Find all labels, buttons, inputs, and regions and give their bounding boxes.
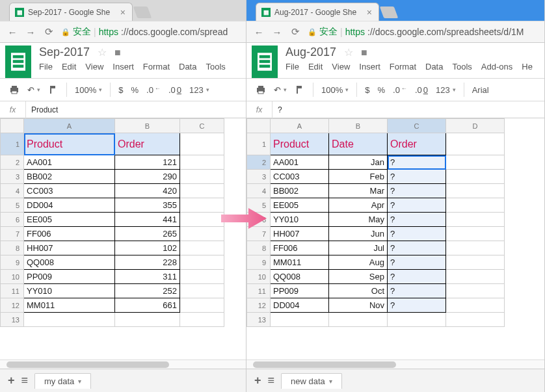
cell-B13[interactable] <box>115 313 180 327</box>
col-C[interactable]: C <box>180 119 224 133</box>
cell-C10[interactable]: ? <box>388 270 446 284</box>
row-11[interactable]: 11 <box>247 284 271 298</box>
cell-C10[interactable] <box>180 270 224 284</box>
star-icon[interactable]: ☆ <box>98 46 107 59</box>
cell-B1[interactable]: Date <box>329 133 388 155</box>
back-icon[interactable]: ← <box>7 27 18 38</box>
row-10[interactable]: 10 <box>1 270 24 284</box>
cell-B7[interactable]: 265 <box>115 227 180 241</box>
row-1[interactable]: 1 <box>1 133 24 155</box>
cell-B10[interactable]: 311 <box>115 270 180 284</box>
paint-format-icon[interactable] <box>46 83 61 96</box>
cell-A7[interactable]: FF006 <box>24 227 115 241</box>
font-select[interactable]: Arial <box>470 84 492 96</box>
back-icon[interactable]: ← <box>253 27 265 38</box>
cell-C6[interactable]: ? <box>388 213 446 227</box>
menu-file[interactable]: File <box>286 62 299 72</box>
grid[interactable]: ABCD1ProductDateOrder2AA001Jan?3CC003Feb… <box>246 118 544 359</box>
cell-A10[interactable]: PP009 <box>24 270 115 284</box>
cell-B6[interactable]: May <box>329 213 388 227</box>
cell-B4[interactable]: 420 <box>115 184 180 198</box>
cell-D1[interactable] <box>446 133 505 155</box>
cell-B5[interactable]: Apr <box>329 198 388 213</box>
cell-C9[interactable]: ? <box>388 255 446 270</box>
print-icon[interactable] <box>253 83 269 96</box>
cell-C1[interactable]: Order <box>388 133 446 155</box>
hscrollbar[interactable] <box>0 359 246 369</box>
cell-A11[interactable]: PP009 <box>271 284 329 298</box>
all-sheets-button[interactable]: ≡ <box>268 374 275 387</box>
cell-D4[interactable] <box>446 184 505 198</box>
cell-A4[interactable]: BB002 <box>271 184 329 198</box>
cell-A7[interactable]: HH007 <box>271 227 329 241</box>
fx-input[interactable]: ? <box>272 105 544 114</box>
cell-C3[interactable] <box>180 170 224 184</box>
cell-D11[interactable] <box>446 284 505 298</box>
cell-C11[interactable]: ? <box>388 284 446 298</box>
cell-B4[interactable]: Mar <box>329 184 388 198</box>
row-10[interactable]: 10 <box>247 270 271 284</box>
new-tab-button[interactable] <box>380 7 399 18</box>
cell-C5[interactable]: ? <box>388 198 446 213</box>
cell-B2[interactable]: 121 <box>115 155 180 170</box>
row-6[interactable]: 6 <box>1 213 24 227</box>
cell-C6[interactable] <box>180 213 224 227</box>
folder-icon[interactable]: ■ <box>361 47 367 59</box>
cell-D7[interactable] <box>446 227 505 241</box>
menu-view[interactable]: View <box>332 62 350 72</box>
cell-A11[interactable]: YY010 <box>24 284 115 298</box>
menu-edit[interactable]: Edit <box>308 62 323 72</box>
row-1[interactable]: 1 <box>247 133 271 155</box>
cell-A2[interactable]: AA001 <box>24 155 115 170</box>
dec-increase-button[interactable]: .00 <box>166 84 184 96</box>
row-8[interactable]: 8 <box>247 241 271 255</box>
menu-insert[interactable]: Insert <box>113 62 134 72</box>
cell-C2[interactable]: ? <box>388 155 446 170</box>
dec-decrease-button[interactable]: .0← <box>390 84 410 96</box>
all-sheets-button[interactable]: ≡ <box>21 374 29 387</box>
cell-A1[interactable]: Product <box>271 133 329 155</box>
cell-C11[interactable] <box>180 284 224 298</box>
cell-D13[interactable] <box>446 313 505 327</box>
grid[interactable]: ABC1ProductOrder2AA0011213BB0022904CC003… <box>0 118 246 359</box>
cell-A13[interactable] <box>271 313 329 327</box>
cell-B3[interactable]: Feb <box>329 170 388 184</box>
menu-tools[interactable]: Tools <box>452 62 472 72</box>
print-icon[interactable] <box>7 83 22 96</box>
cell-A13[interactable] <box>24 313 115 327</box>
row-8[interactable]: 8 <box>1 241 24 255</box>
sheet-tab[interactable]: my data ▾ <box>34 373 91 389</box>
cell-D8[interactable] <box>446 241 505 255</box>
row-3[interactable]: 3 <box>247 170 271 184</box>
row-4[interactable]: 4 <box>247 184 271 198</box>
cell-A3[interactable]: CC003 <box>271 170 329 184</box>
star-icon[interactable]: ☆ <box>344 46 353 59</box>
doc-title[interactable]: Aug-2017 <box>286 46 336 59</box>
row-11[interactable]: 11 <box>1 284 24 298</box>
number-format-button[interactable]: 123 <box>187 84 212 96</box>
cell-A1[interactable]: Product <box>24 133 115 155</box>
cell-A2[interactable]: AA001 <box>271 155 329 170</box>
hscrollbar[interactable] <box>246 359 544 369</box>
row-7[interactable]: 7 <box>1 227 24 241</box>
cell-C13[interactable] <box>388 313 446 327</box>
cell-A8[interactable]: HH007 <box>24 241 115 255</box>
cell-A8[interactable]: FF006 <box>271 241 329 255</box>
cell-C2[interactable] <box>180 155 224 170</box>
row-13[interactable]: 13 <box>1 313 24 327</box>
menu-edit[interactable]: Edit <box>62 62 76 72</box>
row-4[interactable]: 4 <box>1 184 24 198</box>
cell-B10[interactable]: Sep <box>329 270 388 284</box>
cell-A3[interactable]: BB002 <box>24 170 115 184</box>
cell-D2[interactable] <box>446 155 505 170</box>
forward-icon[interactable]: → <box>271 27 283 38</box>
url-input[interactable]: 🔒 安全 | https ://docs.google.com/spreadsh… <box>308 26 538 38</box>
col-B[interactable]: B <box>115 119 180 133</box>
row-2[interactable]: 2 <box>247 155 271 170</box>
col-D[interactable]: D <box>446 119 505 133</box>
cell-C12[interactable] <box>180 298 224 313</box>
reload-icon[interactable]: ⟳ <box>289 26 301 38</box>
cell-C3[interactable]: ? <box>388 170 446 184</box>
row-2[interactable]: 2 <box>1 155 24 170</box>
row-9[interactable]: 9 <box>1 255 24 270</box>
